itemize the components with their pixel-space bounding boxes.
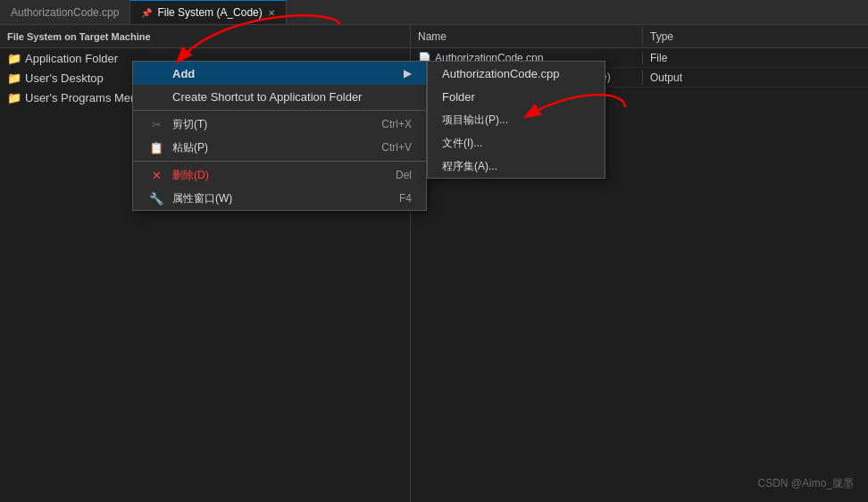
tab-close-icon[interactable]: ✕ xyxy=(268,8,275,18)
ctx-sub-item-folder[interactable]: Folder xyxy=(428,85,605,108)
right-panel-header: Name Type xyxy=(411,25,868,48)
context-menu-sub: AuthorizationCode.cpp Folder 项目输出(P)... … xyxy=(427,61,605,179)
ctx-sub-item-authcode[interactable]: AuthorizationCode.cpp xyxy=(428,62,605,85)
ctx-sub-project-label: 项目输出(P)... xyxy=(442,113,508,128)
ctx-paste-label: 粘贴(P) xyxy=(172,140,208,155)
ctx-item-delete[interactable]: ✕ 删除(D) Del xyxy=(133,163,426,187)
tab-label: AuthorizationCode.cpp xyxy=(11,6,119,19)
ctx-item-cut[interactable]: ✂ 剪切(T) Ctrl+X xyxy=(133,113,426,136)
tree-item-label: User's Programs Menu xyxy=(25,91,144,105)
ctx-sub-item-file[interactable]: 文件(I)... xyxy=(428,131,605,155)
ctx-sub-authcode-label: AuthorizationCode.cpp xyxy=(442,67,560,80)
watermark: CSDN @Aimo_胧墨 xyxy=(757,476,854,491)
cut-icon: ✂ xyxy=(147,118,165,131)
ctx-separator-1 xyxy=(133,110,426,111)
submenu-arrow-icon: ▶ xyxy=(404,67,412,79)
ctx-paste-shortcut: Ctrl+V xyxy=(381,141,412,154)
delete-icon: ✕ xyxy=(147,169,165,182)
folder-icon: 📁 xyxy=(7,90,21,105)
left-panel-header: File System on Target Machine xyxy=(0,25,410,48)
folder-icon: 📁 xyxy=(7,51,21,65)
ctx-sub-folder-label: Folder xyxy=(442,90,475,104)
right-item-type: Output xyxy=(643,71,689,84)
folder-icon: 📁 xyxy=(7,71,21,85)
paste-icon: 📋 xyxy=(147,141,165,155)
tab-bar: AuthorizationCode.cpp 📌 File System (A_C… xyxy=(0,0,868,25)
ctx-properties-label: 属性窗口(W) xyxy=(172,191,232,206)
ctx-item-properties[interactable]: 🔧 属性窗口(W) F4 xyxy=(133,187,426,210)
tab-label: File System (A_Code) xyxy=(157,6,262,19)
ctx-sub-item-project-output[interactable]: 项目输出(P)... xyxy=(428,108,605,131)
ctx-cut-label: 剪切(T) xyxy=(172,117,207,132)
properties-icon: 🔧 xyxy=(147,192,165,205)
ctx-separator-2 xyxy=(133,161,426,162)
col-name-header: Name xyxy=(411,27,643,46)
ctx-delete-shortcut: Del xyxy=(396,169,412,181)
tree-item-label: User's Desktop xyxy=(25,71,104,85)
left-panel-title: File System on Target Machine xyxy=(7,31,151,42)
ctx-create-shortcut-label: Create Shortcut to Application Folder xyxy=(172,90,362,104)
ctx-properties-shortcut: F4 xyxy=(399,192,412,205)
ctx-cut-shortcut: Ctrl+X xyxy=(381,118,412,130)
ctx-item-paste[interactable]: 📋 粘贴(P) Ctrl+V xyxy=(133,136,426,159)
context-menu-main: Add ▶ Create Shortcut to Application Fol… xyxy=(132,61,427,211)
ctx-sub-file-label: 文件(I)... xyxy=(442,136,482,151)
ctx-item-add[interactable]: Add ▶ xyxy=(133,62,426,85)
tab-authorization-code[interactable]: AuthorizationCode.cpp xyxy=(0,0,130,24)
right-item-type: File xyxy=(643,52,674,64)
tree-item-label: Application Folder xyxy=(25,52,118,65)
ctx-item-create-shortcut[interactable]: Create Shortcut to Application Folder xyxy=(133,85,426,108)
ctx-add-label: Add xyxy=(172,67,195,80)
ctx-delete-label: 删除(D) xyxy=(172,168,209,183)
ctx-sub-item-assembly[interactable]: 程序集(A)... xyxy=(428,155,605,178)
tab-file-system[interactable]: 📌 File System (A_Code) ✕ xyxy=(130,0,286,24)
col-type-header: Type xyxy=(643,27,680,46)
tab-pin-icon: 📌 xyxy=(141,8,152,18)
ctx-sub-assembly-label: 程序集(A)... xyxy=(442,159,497,174)
